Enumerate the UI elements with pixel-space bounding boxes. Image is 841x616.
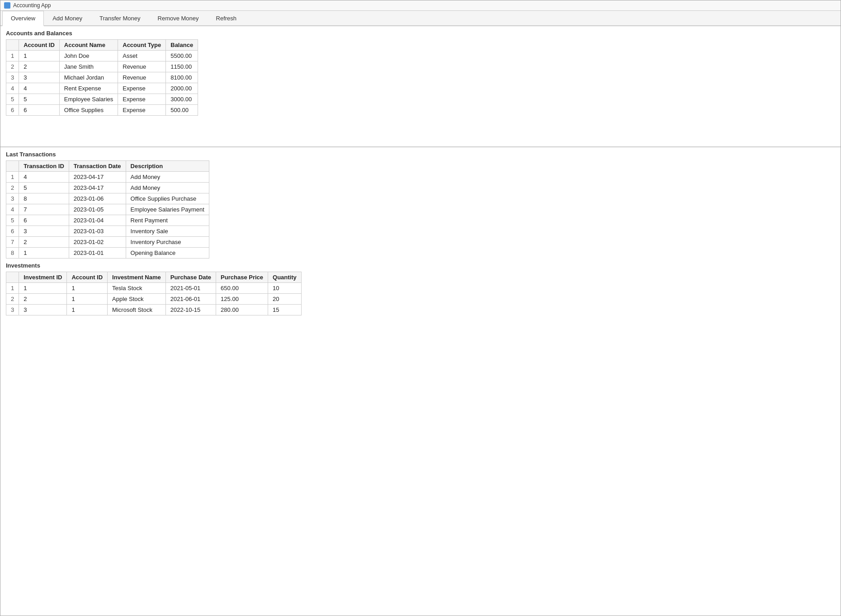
investments-cell-qty: 20 [268,294,302,305]
accounts-cell-balance: 8100.00 [166,72,198,83]
transactions-cell-desc: Inventory Sale [126,226,209,237]
accounts-table-row: 2 2 Jane Smith Revenue 1150.00 [6,61,198,72]
accounts-table-row: 4 4 Rent Expense Expense 2000.00 [6,83,198,94]
investments-cell-price: 125.00 [216,294,268,305]
investments-cell-id: 3 [19,305,67,315]
transactions-section-title: Last Transactions [6,151,835,158]
accounts-table-row: 3 3 Michael Jordan Revenue 8100.00 [6,72,198,83]
tab-overview[interactable]: Overview [2,11,44,26]
transactions-cell-desc: Rent Payment [126,215,209,226]
transactions-row-num: 5 [6,215,19,226]
transactions-table-row: 6 3 2023-01-03 Inventory Sale [6,226,209,237]
accounts-table-row: 5 5 Employee Salaries Expense 3000.00 [6,94,198,105]
transactions-cell-date: 2023-01-04 [69,215,126,226]
accounts-col-rownum [6,40,19,51]
accounts-col-name: Account Name [59,40,118,51]
transactions-row-num: 2 [6,183,19,193]
accounts-row-num: 2 [6,61,19,72]
accounts-row-num: 3 [6,72,19,83]
accounts-col-id: Account ID [19,40,60,51]
transactions-cell-id: 7 [19,204,69,215]
accounts-cell-id: 1 [19,51,60,61]
transactions-table-row: 5 6 2023-01-04 Rent Payment [6,215,209,226]
investments-col-price: Purchase Price [216,272,268,283]
accounts-row-num: 6 [6,105,19,116]
accounts-cell-balance: 5500.00 [166,51,198,61]
accounts-cell-balance: 2000.00 [166,83,198,94]
transactions-table-row: 1 4 2023-04-17 Add Money [6,172,209,183]
tab-remove-money[interactable]: Remove Money [149,11,208,26]
transactions-row-num: 1 [6,172,19,183]
investments-cell-date: 2022-10-15 [165,305,216,315]
accounts-cell-id: 3 [19,72,60,83]
investments-section-title: Investments [6,262,835,269]
transactions-cell-id: 5 [19,183,69,193]
investments-col-id: Investment ID [19,272,67,283]
accounts-col-type: Account Type [118,40,166,51]
investments-table-row: 1 1 1 Tesla Stock 2021-05-01 650.00 10 [6,283,302,294]
investments-cell-name: Tesla Stock [108,283,166,294]
tab-bar: Overview Add Money Transfer Money Remove… [0,11,841,26]
transactions-row-num: 3 [6,193,19,204]
accounts-cell-id: 6 [19,105,60,116]
investments-col-accountid: Account ID [67,272,108,283]
investments-cell-id: 2 [19,294,67,305]
accounts-cell-id: 2 [19,61,60,72]
investments-table: Investment ID Account ID Investment Name… [6,272,302,315]
transactions-row-num: 7 [6,237,19,248]
accounts-cell-name: Office Supplies [59,105,118,116]
transactions-cell-desc: Office Supplies Purchase [126,193,209,204]
investments-cell-date: 2021-05-01 [165,283,216,294]
transactions-cell-id: 1 [19,248,69,259]
accounts-cell-type: Expense [118,105,166,116]
transactions-cell-id: 8 [19,193,69,204]
accounts-table-row: 1 1 John Doe Asset 5500.00 [6,51,198,61]
transactions-section: Last Transactions Transaction ID Transac… [0,147,841,259]
transactions-cell-desc: Employee Salaries Payment [126,204,209,215]
accounts-section: Accounts and Balances Account ID Account… [0,26,841,147]
accounts-cell-type: Revenue [118,61,166,72]
investments-cell-accountid: 1 [67,305,108,315]
tab-transfer-money[interactable]: Transfer Money [91,11,149,26]
investments-row-num: 1 [6,283,19,294]
accounts-row-num: 4 [6,83,19,94]
accounts-cell-name: Michael Jordan [59,72,118,83]
investments-section: Investments Investment ID Account ID Inv… [0,259,841,373]
accounts-cell-balance: 500.00 [166,105,198,116]
investments-cell-accountid: 1 [67,283,108,294]
transactions-col-date: Transaction Date [69,161,126,172]
transactions-cell-id: 6 [19,215,69,226]
tab-add-money[interactable]: Add Money [44,11,91,26]
investments-table-row: 3 3 1 Microsoft Stock 2022-10-15 280.00 … [6,305,302,315]
investments-cell-name: Apple Stock [108,294,166,305]
accounts-cell-type: Revenue [118,72,166,83]
transactions-cell-date: 2023-01-03 [69,226,126,237]
investments-col-qty: Quantity [268,272,302,283]
accounts-cell-name: Employee Salaries [59,94,118,105]
accounts-table: Account ID Account Name Account Type Bal… [6,39,198,116]
accounts-section-title: Accounts and Balances [6,30,835,37]
transactions-row-num: 6 [6,226,19,237]
transactions-cell-date: 2023-04-17 [69,183,126,193]
accounts-row-num: 1 [6,51,19,61]
investments-cell-qty: 15 [268,305,302,315]
transactions-cell-id: 3 [19,226,69,237]
transactions-cell-date: 2023-01-01 [69,248,126,259]
investments-cell-price: 650.00 [216,283,268,294]
accounts-cell-id: 5 [19,94,60,105]
accounts-cell-name: John Doe [59,51,118,61]
transactions-row-num: 8 [6,248,19,259]
accounts-col-balance: Balance [166,40,198,51]
transactions-table: Transaction ID Transaction Date Descript… [6,160,209,259]
accounts-cell-type: Expense [118,94,166,105]
investments-col-rownum [6,272,19,283]
accounts-cell-type: Expense [118,83,166,94]
investments-cell-price: 280.00 [216,305,268,315]
investments-cell-name: Microsoft Stock [108,305,166,315]
transactions-cell-date: 2023-01-05 [69,204,126,215]
transactions-cell-date: 2023-01-02 [69,237,126,248]
transactions-table-row: 8 1 2023-01-01 Opening Balance [6,248,209,259]
transactions-table-row: 7 2 2023-01-02 Inventory Purchase [6,237,209,248]
accounts-cell-name: Jane Smith [59,61,118,72]
tab-refresh[interactable]: Refresh [208,11,246,26]
